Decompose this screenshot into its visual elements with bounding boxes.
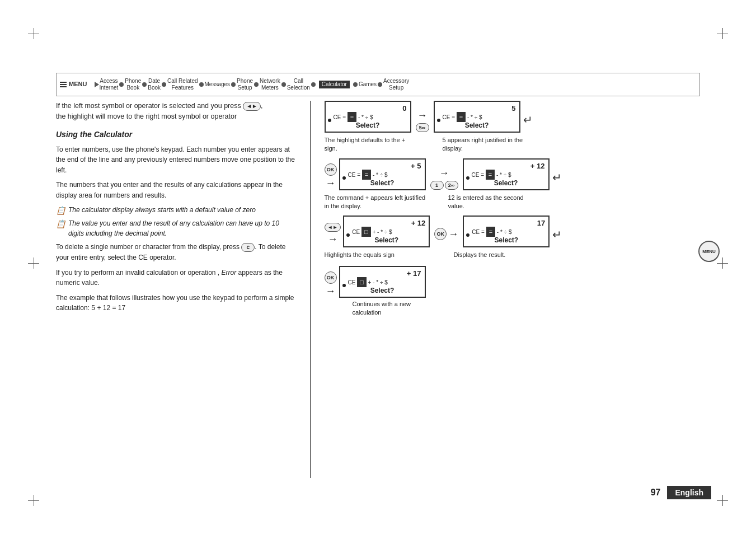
calc-row-2: OK → + 5 CE = = - * ÷ $ Select? → 1 2	[325, 158, 701, 190]
nav-dot-10	[378, 82, 382, 87]
nav-item-games: Games	[359, 81, 377, 88]
caption-2b: 12 is entered as the second value.	[448, 194, 535, 210]
dot-indicator-1a	[328, 119, 331, 122]
key-5inf: 5∞	[416, 123, 429, 132]
arrow-forward-2: →	[439, 167, 449, 179]
right-column: 0 CE = = - * ÷ $ Select? → 5∞ 5	[325, 101, 701, 478]
left-column: If the left most symbol or operator is s…	[56, 101, 297, 478]
caption-row-3: Highlights the equals sign Displays the …	[325, 251, 701, 259]
dot-indicator-4	[342, 284, 346, 287]
arrow-2a: →	[326, 177, 336, 189]
calc-display-3a: + 12 CE □ + - * ÷ $ Select?	[343, 216, 430, 247]
menu-icon	[60, 82, 67, 87]
calc-unit-2a: OK → + 5 CE = = - * ÷ $ Select?	[325, 158, 426, 190]
lr-key-3a: ◄►	[325, 223, 341, 232]
nav-dot-6	[254, 82, 259, 87]
nav-item-accessory-setup: AccessorySetup	[383, 78, 409, 91]
caption-row-2: The command + appears left justified in …	[325, 194, 701, 210]
nav-dot-9	[353, 82, 358, 87]
key-col-3a: ◄► →	[325, 218, 341, 245]
caption-row-1: The highlight defaults to the + sign. 5 …	[325, 136, 701, 153]
nav-dot-4	[199, 82, 204, 87]
footer: 97 English	[651, 486, 711, 499]
nav-dot-5	[231, 82, 236, 87]
menu-label: MENU	[60, 81, 87, 88]
key-col-4: OK →	[325, 267, 337, 297]
caption-3a: Highlights the equals sign	[325, 251, 428, 259]
crosshair-top-right	[717, 28, 728, 39]
nav-item-phone-book: PhoneBook	[125, 78, 141, 91]
body-para-5: The example that follows illustrates how…	[56, 293, 297, 313]
section-title: Using the Calculator	[56, 130, 297, 139]
body-para-2: The numbers that you enter and the resul…	[56, 180, 297, 200]
main-content: If the left most symbol or operator is s…	[56, 101, 700, 478]
calc-display-2b: + 12 CE = = - * ÷ $ Select?	[463, 158, 550, 190]
calc-display-1b: 5 CE = = - * ÷ $ Select?	[434, 101, 520, 133]
nav-between-2: → 1 2∞	[430, 158, 458, 190]
arrow-forward-1: →	[417, 110, 428, 121]
nav-dot-3	[162, 82, 166, 87]
nav-item-network-meters: NetworkMeters	[260, 78, 280, 91]
nav-dot-8	[311, 82, 316, 87]
nav-item-messages: Messages	[205, 81, 231, 88]
return-arrow-2: ↵	[552, 171, 562, 184]
caption-4: Continues with a newcalculation	[353, 300, 701, 317]
return-arrow-3: ↵	[552, 228, 562, 241]
calc-display-1a: 0 CE = = - * ÷ $ Select?	[325, 101, 411, 133]
calc-unit-3b: 17 CE = = - * ÷ $ Select? ↵	[463, 216, 550, 247]
nav-item-call-related: Call RelatedFeatures	[167, 78, 198, 91]
crosshair-mid-right	[717, 257, 728, 269]
note-2: 📋 The value you enter and the result of …	[56, 218, 297, 238]
crosshair-mid-left	[28, 257, 39, 269]
calc-display-2a: + 5 CE = = - * ÷ $ Select?	[339, 158, 426, 190]
dot-indicator-2a	[342, 176, 346, 180]
ok-key-2a: OK	[325, 163, 337, 176]
calc-row-1: 0 CE = = - * ÷ $ Select? → 5∞ 5	[325, 101, 701, 133]
key-12inf: 1 2∞	[430, 181, 458, 190]
caption-1b: 5 appears right justified in the display…	[443, 136, 529, 153]
vertical-divider	[310, 101, 311, 478]
note-icon-2: 📋	[56, 218, 65, 230]
nav-item-call-selection: CallSelection	[287, 78, 310, 91]
nav-item-date-book: DateBook	[148, 78, 161, 91]
nav-item-phone-setup: PhoneSetup	[237, 78, 253, 91]
nav-between-3: OK →	[434, 216, 458, 240]
calc-row-3: ◄► → + 12 CE □ + - * ÷ $ Select? OK →	[325, 216, 701, 247]
left-key: ◄►	[243, 102, 261, 111]
key-col-2a: OK →	[325, 159, 337, 189]
nav-dot-7	[281, 82, 286, 87]
crosshair-top-left	[28, 28, 39, 39]
calc-display-3b: 17 CE = = - * ÷ $ Select?	[463, 216, 550, 247]
note-icon-1: 📋	[56, 205, 65, 217]
calc-row-4: OK → + 17 CE □ + - * ÷ $ Select?	[325, 266, 701, 298]
nav-dot-2	[142, 82, 147, 87]
body-para-1: To enter numbers, use the phone's keypad…	[56, 144, 297, 176]
body-para-4: If you try to perform an invalid calcula…	[56, 268, 297, 288]
intro-text: If the left most symbol or operator is s…	[56, 101, 297, 122]
dot-indicator-1b	[437, 119, 440, 122]
nav-item-calculator: Calculator	[319, 81, 350, 88]
calc-display-4: + 17 CE □ + - * ÷ $ Select?	[339, 266, 426, 298]
caption-2a: The command + appears left justified in …	[325, 194, 428, 210]
return-arrow-1: ↵	[523, 113, 533, 127]
c-key: c	[241, 243, 255, 252]
breadcrumb-nav: MENU AccessInternet PhoneBook DateBook C…	[56, 73, 700, 96]
nav-item-access-internet: AccessInternet	[99, 78, 118, 91]
calc-unit-1a: 0 CE = = - * ÷ $ Select?	[325, 101, 411, 133]
calc-unit-1b: 5 CE = = - * ÷ $ Select? ↵	[434, 101, 520, 133]
arrow-4: →	[326, 285, 336, 297]
arrow-3a: →	[327, 233, 337, 245]
menu-side-button[interactable]: MENU	[698, 241, 720, 262]
calc-unit-2b: + 12 CE = = - * ÷ $ Select? ↵	[463, 158, 550, 190]
calc-unit-3a: ◄► → + 12 CE □ + - * ÷ $ Select?	[325, 216, 430, 247]
crosshair-bottom-left	[28, 495, 39, 506]
nav-arrow-0	[89, 82, 99, 87]
crosshair-bottom-right	[717, 495, 728, 506]
arrow-forward-3: →	[448, 228, 458, 240]
page-number: 97	[651, 488, 661, 498]
note-1: 📋 The calculator display always starts w…	[56, 205, 297, 215]
dot-indicator-2b	[466, 176, 469, 180]
ok-key-4: OK	[325, 271, 337, 284]
language-badge: English	[667, 486, 711, 499]
caption-3b: Displays the result.	[454, 251, 541, 259]
